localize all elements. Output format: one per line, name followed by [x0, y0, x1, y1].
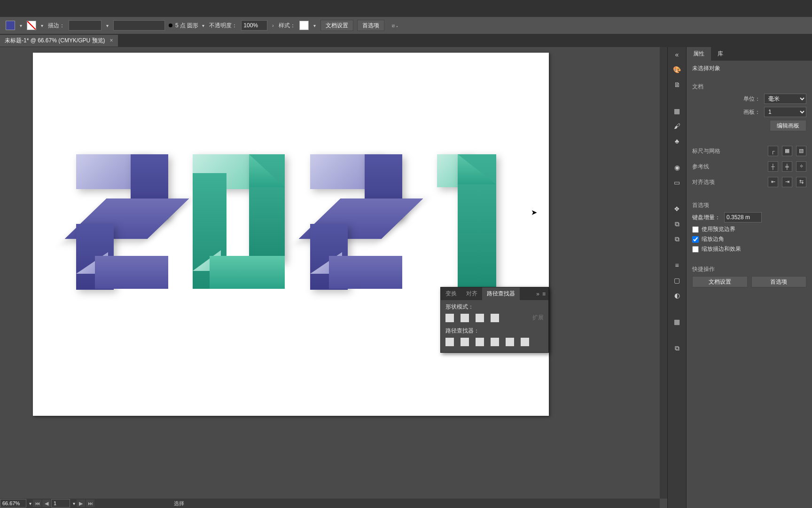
guides-visibility-icon[interactable]: ┼	[768, 161, 778, 172]
zoom-caret-icon[interactable]: ▾	[28, 501, 32, 506]
gradient-icon[interactable]: ▢	[672, 276, 682, 285]
layers-icon[interactable]: ❖	[672, 204, 682, 214]
scale-corners-checkbox[interactable]: 缩放边角	[692, 235, 806, 243]
rulers-grid-header: 标尺与网格	[692, 147, 764, 155]
doc-setup-button[interactable]: 文档设置	[320, 20, 353, 31]
snap-grid-icon[interactable]: ⇆	[796, 177, 806, 187]
options-bar: ▾ ▾ 描边： ▾ 5 点 圆形 ▾ 不透明度： › 样式： ▾ 文档设置 首选…	[0, 17, 812, 34]
expand-button[interactable]: 扩展	[532, 314, 544, 322]
crop-icon[interactable]	[491, 338, 499, 346]
swatches-icon[interactable]: ▦	[672, 106, 682, 116]
pathfinder-panel[interactable]: 变换 对齐 路径查找器 » ≡ 形状模式： 扩展 路径查找器：	[440, 287, 549, 353]
tab-properties[interactable]: 属性	[687, 47, 711, 61]
stroke-weight-caret-icon[interactable]: ▾	[105, 23, 109, 28]
transparency-icon[interactable]: ◐	[672, 291, 682, 300]
brushes-icon[interactable]: 🖌	[672, 121, 682, 131]
doc-section-header: 文档	[692, 83, 806, 91]
stroke-swatch[interactable]	[27, 21, 36, 30]
canvas-wrap[interactable]: ➤ ▾ ⏮ ◀ ▾ ▶ ⏭ 选择 变换 对齐 路径查找器 » ≡	[0, 47, 667, 508]
exclude-icon[interactable]	[491, 314, 499, 322]
stroke-panel-icon[interactable]: ≡	[672, 261, 682, 270]
close-tab-icon[interactable]: ×	[110, 37, 113, 44]
tab-library[interactable]: 库	[711, 47, 730, 61]
quick-doc-setup-button[interactable]: 文档设置	[692, 276, 748, 287]
stroke-profile-field[interactable]	[113, 20, 165, 31]
fill-swatch[interactable]	[6, 21, 15, 30]
artboards-icon[interactable]: ▭	[672, 178, 682, 187]
ruler-icon[interactable]: ┌	[768, 146, 778, 156]
scrollbar-vertical[interactable]	[660, 47, 667, 499]
cursor-icon: ➤	[531, 208, 537, 217]
snap-point-icon[interactable]: ⇥	[782, 177, 792, 187]
tab-pathfinder[interactable]: 路径查找器	[482, 287, 520, 300]
key-increment-label: 键盘增量：	[692, 214, 720, 222]
prefs-button[interactable]: 首选项	[357, 20, 384, 31]
brush-display: 5 点 圆形	[175, 22, 198, 30]
align-panel-icon[interactable]: ▦	[672, 317, 682, 326]
stroke-dropdown-icon[interactable]: ▾	[40, 23, 44, 28]
prefs-section-header: 首选项	[692, 201, 806, 209]
expand-dock-icon[interactable]: «	[672, 50, 682, 59]
panel-dock: « 🎨 🗎 ▦ 🖌 ♣ ◉ ▭ ❖ ⧉ ⧉ ≡ ▢ ◐ ▦ ⧉	[667, 47, 686, 508]
artboard-select[interactable]: 1	[764, 107, 806, 117]
color-icon[interactable]: 🎨	[672, 65, 682, 74]
quick-actions-header: 快捷操作	[692, 265, 806, 273]
pathfinder-dock-icon[interactable]: ⧉	[672, 343, 682, 353]
links-icon[interactable]: ⧉	[672, 234, 682, 244]
status-bar: ▾ ⏮ ◀ ▾ ▶ ⏭ 选择	[0, 499, 660, 508]
fill-dropdown-icon[interactable]: ▾	[19, 23, 23, 28]
artboard-label: 画板：	[692, 108, 760, 116]
style-swatch[interactable]	[299, 21, 309, 30]
quick-prefs-button[interactable]: 首选项	[751, 276, 807, 287]
menubar	[0, 0, 812, 17]
preview-bounds-checkbox[interactable]: 使用预览边界	[692, 225, 806, 233]
align-flyout-icon[interactable]: ⎚ ▾	[391, 23, 400, 28]
align-options-header: 对齐选项	[692, 178, 764, 186]
guides-header: 参考线	[692, 163, 764, 171]
minus-front-icon[interactable]	[461, 314, 469, 322]
transparency-grid-icon[interactable]: ▧	[796, 146, 806, 156]
doc-tab[interactable]: 未标题-1* @ 66.67% (CMYK/GPU 预览) ×	[0, 35, 118, 47]
brush-dot-icon	[169, 24, 172, 27]
brush-caret-icon[interactable]: ▾	[201, 23, 205, 28]
pathfinders-label: 路径查找器：	[445, 327, 544, 335]
no-selection-label: 未选择对象	[692, 64, 806, 72]
minus-back-icon[interactable]	[521, 338, 529, 346]
edit-artboards-button[interactable]: 编辑画板	[770, 120, 806, 131]
prev-artboard-button[interactable]: ◀	[42, 500, 51, 507]
scale-strokes-checkbox[interactable]: 缩放描边和效果	[692, 245, 806, 253]
opacity-caret-icon[interactable]: ›	[271, 23, 274, 28]
properties-panel: 属性 库 未选择对象 文档 单位： 毫米 画板： 1 编辑画板 标尺与网格	[686, 47, 812, 508]
stroke-weight-field[interactable]	[69, 20, 102, 31]
key-increment-input[interactable]	[724, 212, 762, 222]
first-artboard-button[interactable]: ⏮	[33, 500, 41, 507]
grid-icon[interactable]: ▦	[782, 146, 792, 156]
zoom-input[interactable]	[0, 499, 26, 508]
tab-transform[interactable]: 变换	[441, 287, 461, 300]
panel-menu-icon[interactable]: ≡	[542, 291, 546, 297]
smart-guides-icon[interactable]: ✧	[796, 161, 806, 172]
snap-pixel-icon[interactable]: ⇤	[768, 177, 778, 187]
outline-icon[interactable]	[506, 338, 514, 346]
symbols-icon[interactable]: ♣	[672, 136, 682, 146]
asset-export-icon[interactable]: ⧉	[672, 219, 682, 229]
trim-icon[interactable]	[461, 338, 469, 346]
style-caret-icon[interactable]: ▾	[312, 23, 317, 28]
appearance-icon[interactable]: ◉	[672, 163, 682, 172]
artboard-index-input[interactable]	[51, 499, 70, 508]
opacity-input[interactable]	[241, 20, 267, 31]
next-artboard-button[interactable]: ▶	[77, 500, 85, 507]
guides-lock-icon[interactable]: ╪	[782, 161, 792, 172]
tab-align[interactable]: 对齐	[461, 287, 482, 300]
intersect-icon[interactable]	[476, 314, 484, 322]
unit-select[interactable]: 毫米	[764, 94, 806, 104]
unite-icon[interactable]	[445, 314, 454, 322]
merge-icon[interactable]	[476, 338, 484, 346]
workarea: ➤ ▾ ⏮ ◀ ▾ ▶ ⏭ 选择 变换 对齐 路径查找器 » ≡	[0, 47, 812, 508]
divide-icon[interactable]	[445, 338, 454, 346]
page-icon[interactable]: 🗎	[672, 80, 682, 89]
last-artboard-button[interactable]: ⏭	[86, 500, 94, 507]
artboard-caret-icon[interactable]: ▾	[72, 501, 76, 506]
artboard[interactable]	[33, 53, 549, 416]
collapse-icon[interactable]: »	[536, 291, 539, 297]
